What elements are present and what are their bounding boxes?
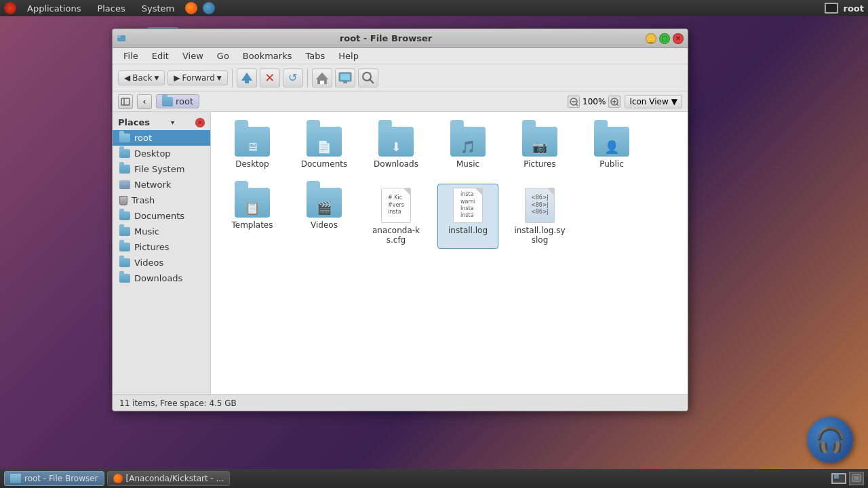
- trash-sidebar-icon: [119, 196, 127, 205]
- toggle-icon: [121, 97, 130, 106]
- sidebar-item-downloads[interactable]: Downloads: [113, 270, 210, 286]
- sidebar-item-pictures[interactable]: Pictures: [113, 239, 210, 255]
- reload-icon: ↺: [288, 71, 297, 84]
- file-item-syslog[interactable]: <86>J <86>J <86>J install.log.syslog: [509, 184, 570, 249]
- music-folder-icon: [119, 227, 130, 236]
- home-icon: [315, 71, 330, 85]
- menu-bookmarks[interactable]: Bookmarks: [237, 49, 298, 62]
- file-item-music[interactable]: 🎵 Music: [437, 123, 498, 173]
- globe-icon[interactable]: [203, 2, 215, 14]
- back-nav-button[interactable]: ‹: [137, 94, 152, 109]
- svg-rect-12: [343, 81, 347, 83]
- file-item-install-log[interactable]: insta warni Insta insta install.log: [437, 184, 498, 249]
- workspace-1: [834, 474, 839, 479]
- videos-badge-icon: 🎬: [317, 201, 332, 215]
- file-item-templates[interactable]: 📋 Templates: [222, 184, 283, 249]
- root-folder-icon: [119, 134, 130, 142]
- sidebar-label-network: Network: [134, 180, 171, 190]
- locationbar: ‹ root 100%: [113, 92, 688, 112]
- nav-toggle-button[interactable]: [118, 94, 133, 109]
- maximize-button[interactable]: □: [659, 33, 670, 44]
- filebrowser-taskbar-icon: [10, 474, 21, 483]
- network-icon: [119, 180, 130, 189]
- menu-help[interactable]: Help: [333, 49, 364, 62]
- file-item-pictures[interactable]: 📷 Pictures: [509, 123, 570, 173]
- zoom-out-button[interactable]: [568, 96, 580, 108]
- path-label: root: [176, 96, 193, 106]
- svg-point-15: [366, 75, 368, 78]
- menu-file[interactable]: File: [118, 49, 144, 62]
- toolbar: ◀ Back ▼ ▶ Forward ▼ ✕ ↺: [113, 64, 688, 92]
- titlebar: root - File Browser _ □ ✕: [113, 29, 688, 48]
- statusbar: 11 items, Free space: 4.5 GB: [113, 394, 688, 411]
- file-item-downloads[interactable]: ⬇ Downloads: [366, 123, 427, 173]
- up-icon: [240, 71, 254, 85]
- headphones-icon: 🎧: [815, 426, 846, 454]
- forward-dropdown-icon: ▼: [217, 75, 222, 81]
- menu-edit[interactable]: Edit: [146, 49, 174, 62]
- sidebar-item-root[interactable]: root: [113, 130, 210, 146]
- sidebar-item-network[interactable]: Network: [113, 177, 210, 192]
- titlebar-icon: [117, 34, 126, 43]
- svg-line-20: [576, 104, 578, 106]
- window-title: root - File Browser: [129, 33, 643, 43]
- toolbar-separator-2: [307, 68, 308, 87]
- file-item-anaconda[interactable]: # Kic #vers insta anaconda-ks.cfg: [366, 184, 427, 249]
- sidebar-header: Places ▾ ✕: [113, 115, 210, 130]
- show-desktop-button[interactable]: [849, 472, 864, 485]
- downloads-folder-large-icon: ⬇: [378, 127, 414, 157]
- home-button[interactable]: [312, 68, 332, 87]
- videos-folder-large-icon: 🎬: [307, 188, 342, 218]
- syslog-file-label: install.log.syslog: [513, 226, 566, 245]
- sidebar-label-music: Music: [134, 226, 159, 237]
- stop-button[interactable]: ✕: [260, 68, 280, 87]
- forward-button[interactable]: ▶ Forward ▼: [167, 70, 227, 85]
- sidebar-header-arrow[interactable]: ▾: [171, 119, 174, 126]
- firefox-icon[interactable]: [185, 2, 197, 14]
- menu-tabs[interactable]: Tabs: [300, 49, 330, 62]
- applications-menu[interactable]: Applications: [22, 2, 86, 15]
- file-item-documents[interactable]: 📄 Documents: [294, 123, 355, 173]
- install-log-file-label: install.log: [448, 226, 488, 235]
- back-label: Back: [132, 73, 152, 83]
- minimize-button[interactable]: _: [646, 33, 656, 44]
- sidebar-item-filesystem[interactable]: File System: [113, 161, 210, 177]
- syslog-content: <86>J <86>J <86>J: [531, 195, 549, 216]
- sidebar-close-button[interactable]: ✕: [195, 118, 205, 127]
- file-grid: 🖥 Desktop 📄 Documents ⬇ Downloads: [222, 123, 677, 249]
- file-item-desktop[interactable]: 🖥 Desktop: [222, 123, 283, 173]
- documents-folder-icon: [119, 211, 130, 220]
- file-item-public[interactable]: 👤 Public: [581, 123, 642, 173]
- templates-file-label: Templates: [231, 220, 273, 230]
- sidebar-item-desktop[interactable]: Desktop: [113, 146, 210, 161]
- sidebar-item-trash[interactable]: Trash: [113, 192, 210, 208]
- view-mode-label: Icon View: [629, 97, 668, 106]
- computer-toolbar-button[interactable]: [335, 68, 355, 87]
- taskbar-filebrowser-button[interactable]: root - File Browser: [4, 471, 104, 486]
- documents-folder-large-icon: 📄: [307, 127, 342, 157]
- up-button[interactable]: [237, 68, 257, 87]
- back-button[interactable]: ◀ Back ▼: [118, 70, 165, 85]
- zoom-in-button[interactable]: [608, 96, 620, 108]
- path-button[interactable]: root: [156, 94, 199, 108]
- system-menu[interactable]: System: [136, 2, 180, 15]
- menu-view[interactable]: View: [177, 49, 209, 62]
- taskbar-bottom-right: [831, 472, 864, 485]
- close-button[interactable]: ✕: [673, 33, 684, 44]
- workspace-monitor-icon[interactable]: [831, 473, 846, 484]
- taskbar-anaconda-button[interactable]: [Anaconda/Kickstart - ...: [107, 471, 231, 486]
- sidebar-item-music[interactable]: Music: [113, 224, 210, 239]
- anaconda-file-content: # Kic #vers insta: [388, 195, 404, 216]
- search-button[interactable]: [358, 68, 378, 87]
- sidebar-item-videos[interactable]: Videos: [113, 255, 210, 270]
- view-mode-selector[interactable]: Icon View ▼: [625, 95, 682, 108]
- menu-go[interactable]: Go: [212, 49, 235, 62]
- stop-icon: ✕: [264, 70, 275, 85]
- file-item-videos[interactable]: 🎬 Videos: [294, 184, 355, 249]
- sidebar-label-pictures: Pictures: [134, 242, 169, 252]
- places-menu[interactable]: Places: [92, 2, 130, 15]
- sidebar-item-documents[interactable]: Documents: [113, 208, 210, 224]
- avatar-widget: 🎧: [807, 417, 854, 464]
- svg-marker-5: [241, 73, 252, 81]
- reload-button[interactable]: ↺: [283, 68, 303, 87]
